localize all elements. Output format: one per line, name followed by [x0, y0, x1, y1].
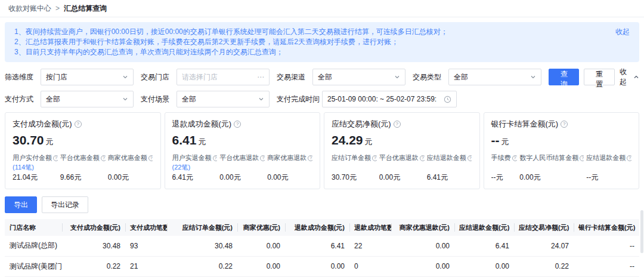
table-cell: 0.00	[237, 236, 285, 256]
filter-dimension-label: 筛选维度	[5, 72, 41, 82]
chevron-down-icon	[530, 74, 536, 80]
reset-button[interactable]: 重置	[584, 69, 614, 85]
help-icon[interactable]: ?	[260, 155, 265, 161]
chevron-down-icon	[258, 96, 264, 102]
sub-value: 0.00元	[379, 173, 425, 183]
transaction-type-select[interactable]: 全部	[448, 69, 541, 85]
stat-card-net-amount: 应结交易净额(元) ? 24.29元 应结订单金额? 30.70元 平台优惠退款…	[324, 112, 480, 189]
help-icon[interactable]: ?	[394, 121, 401, 128]
col-refund-amount: 退款成功金额(元)	[285, 219, 349, 236]
payment-time-range[interactable]: 25-01-09 00:00: ~ 25-02-07 23:59:	[322, 91, 457, 107]
col-refund-count: 退款成功笔数	[349, 219, 391, 236]
stat-card-refund-amount: 退款成功金额(元) ? 6.41元 用户实退金额? (22笔) 6.41元 平台…	[165, 112, 321, 189]
help-icon[interactable]: ?	[101, 155, 106, 161]
sub-value: 0.00元	[219, 173, 265, 183]
channel-select[interactable]: 全部	[312, 69, 405, 85]
search-button[interactable]: 查询	[549, 69, 579, 85]
transaction-type-label: 交易类型	[413, 72, 448, 82]
col-settled-refund: 应结退款金额(元)	[454, 219, 514, 236]
table-cell: 30.48	[167, 236, 237, 256]
clock-icon	[444, 96, 451, 103]
sub-label: 用户实付金额	[13, 153, 52, 162]
sub-value: --元	[491, 173, 518, 183]
vertical-scrollbar[interactable]	[640, 210, 643, 253]
help-icon[interactable]: ?	[420, 155, 425, 161]
table-cell: 93	[125, 236, 167, 256]
sub-label: 平台优惠金额	[60, 153, 100, 162]
store-filter-label: 交易门店	[141, 72, 177, 82]
breadcrumb-current: 汇总结算查询	[64, 4, 107, 14]
sub-value: --元	[586, 173, 631, 183]
help-icon[interactable]: ?	[148, 155, 153, 161]
table-cell: 0.00	[391, 236, 454, 256]
payment-scene-select[interactable]: 全部	[177, 91, 270, 107]
table-cell: 0.22	[167, 256, 237, 276]
help-icon[interactable]: ?	[234, 121, 241, 128]
filters-collapse-link[interactable]: 收起	[620, 67, 639, 87]
help-icon[interactable]: ?	[372, 155, 377, 161]
payment-method-select[interactable]: 全部	[41, 91, 134, 107]
stat-card-paid-amount: 支付成功金额(元) ? 30.70元 用户实付金额? (114笔) 21.04元…	[5, 112, 161, 189]
store-select[interactable]: 请选择门店 ⋯	[177, 69, 270, 85]
help-icon[interactable]: ?	[512, 155, 518, 161]
col-merchant-discount-refund: 商家优惠退款(元)	[391, 219, 454, 236]
payment-method-label: 支付方式	[5, 94, 41, 104]
table-cell: 0.22	[62, 256, 125, 276]
chevron-down-icon	[394, 74, 400, 80]
chevron-down-icon	[122, 74, 128, 80]
table-cell: 0.22	[514, 256, 574, 276]
table-cell: 测试品牌(美团门店)	[5, 256, 62, 276]
notice-line-2: 2、汇总结算报表用于和银行卡结算金额对账，手续费在交易后第2天更新手续费，请延后…	[14, 37, 608, 47]
export-records-button[interactable]: 导出记录	[42, 196, 88, 213]
help-icon[interactable]: ?	[308, 155, 312, 161]
col-store-name: 门店名称	[5, 219, 62, 236]
sub-count: (22笔)	[172, 163, 218, 172]
table-cell: --	[574, 236, 639, 256]
sub-label: 应结订单金额	[332, 153, 371, 162]
breadcrumb-separator: >	[55, 4, 60, 13]
sub-count: (114笔)	[13, 163, 58, 172]
table-cell: 0.00	[454, 256, 514, 276]
sub-label: 应结退款金额	[586, 153, 626, 162]
help-icon[interactable]: ?	[53, 155, 58, 161]
notice-banner: 1、夜间持续营业商户，因银行00:00日切，接近00:00的交易订单银行系统处理…	[5, 22, 639, 62]
help-icon[interactable]: ?	[213, 155, 218, 161]
export-button[interactable]: 导出	[5, 196, 37, 213]
table-cell: 0.00	[391, 256, 454, 276]
stat-card-bank-settlement: 银行卡结算金额(元) ? --元 手续费? --元 数字人民币结算金额? 0.0…	[484, 112, 640, 189]
sub-count	[332, 163, 377, 172]
filter-row-1: 筛选维度 按门店 交易门店 请选择门店 ⋯ 交易渠道 全部	[5, 67, 639, 87]
sub-value: 21.04元	[13, 173, 58, 183]
sub-label: 数字人民币结算金额	[519, 153, 578, 162]
col-paid-amount: 支付成功金额(元)	[62, 219, 125, 236]
help-icon[interactable]: ?	[580, 155, 584, 161]
help-icon[interactable]: ?	[561, 121, 568, 128]
col-paid-count: 支付成功笔数	[125, 219, 167, 236]
card-title: 支付成功金额(元)	[13, 119, 72, 130]
help-icon[interactable]: ?	[75, 121, 82, 128]
breadcrumb-root[interactable]: 收款对账中心	[8, 4, 51, 14]
sub-value: 0.00元	[108, 173, 153, 183]
table-cell: 0.00	[237, 256, 285, 276]
table-row: 测试品牌(总部) 30.48 93 30.48 0.00 6.41 22 0.0…	[5, 236, 639, 256]
sub-value: 0.00元	[267, 173, 312, 183]
table-cell: 21	[125, 256, 167, 276]
table-cell: 测试品牌(总部)	[5, 236, 62, 256]
table-row: 测试品牌(美团门店) 0.22 21 0.22 0.00 0.00 0 0.00…	[5, 256, 639, 276]
notice-line-3: 3、目前只支持半年内的交易汇总查询，单次查询只能对连续两个月的交易汇总查询；	[14, 47, 608, 57]
sub-label: 商家优惠退款	[267, 153, 306, 162]
help-icon[interactable]: ?	[467, 155, 472, 161]
notice-collapse-link[interactable]: 收起	[615, 27, 630, 37]
col-net-amount: 应结交易净额(元)	[514, 219, 574, 236]
sub-value: 30.70元	[332, 173, 377, 183]
card-amount: 30.70元	[13, 133, 153, 147]
filter-dimension-select[interactable]: 按门店	[41, 69, 134, 85]
card-title: 银行卡结算金额(元)	[491, 119, 559, 130]
payment-scene-label: 支付场景	[141, 94, 177, 104]
chevron-down-icon	[122, 96, 128, 102]
help-icon[interactable]: ?	[627, 155, 631, 161]
more-icon: ⋯	[257, 73, 264, 81]
chevron-up-icon	[633, 74, 639, 80]
col-merchant-discount: 商家优惠(元)	[237, 219, 285, 236]
breadcrumb: 收款对账中心 > 汇总结算查询	[0, 0, 644, 17]
